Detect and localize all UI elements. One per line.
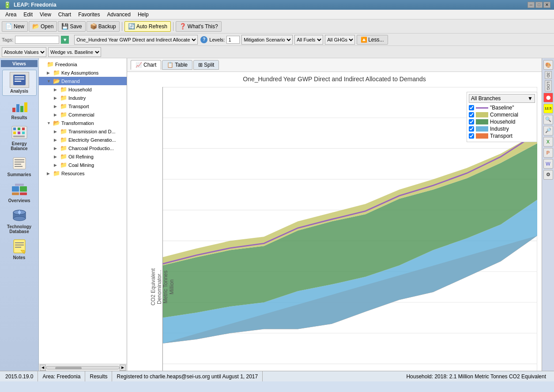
absolute-values-dropdown[interactable]: Absolute Values xyxy=(2,47,46,57)
menu-advanced[interactable]: Advanced xyxy=(104,11,134,19)
red-button[interactable]: ⬤ xyxy=(543,93,553,102)
svg-rect-25 xyxy=(15,184,24,186)
settings-button[interactable]: ⚙ xyxy=(543,170,553,180)
svg-rect-34 xyxy=(15,245,24,245)
analysis-icon xyxy=(10,72,29,88)
sidebar-item-analysis[interactable]: Analysis xyxy=(2,70,37,96)
levels-input[interactable] xyxy=(226,36,240,44)
legend-item-commercial: Commercial xyxy=(469,112,535,118)
tree-item-transformation[interactable]: ▼ 📂 Transformation xyxy=(39,119,127,127)
expand-icon: ▶ xyxy=(47,171,53,176)
svg-rect-19 xyxy=(15,164,21,165)
folder-icon: 📂 xyxy=(53,120,60,126)
tree-item-demand[interactable]: ▼ 📂 Demand xyxy=(39,77,127,85)
fuels-dropdown[interactable]: All Fuels xyxy=(294,35,323,45)
3d-button[interactable]: 3D xyxy=(545,71,552,79)
save-button[interactable]: 💾 Save xyxy=(58,21,85,32)
close-button[interactable]: ✕ xyxy=(543,2,550,8)
new-button[interactable]: 📄 New xyxy=(2,21,28,32)
status-hover-info: Household: 2018: 2.1 Million Metric Tonn… xyxy=(402,371,550,381)
svg-rect-12 xyxy=(13,132,16,134)
ghgs-dropdown[interactable]: All GHGs xyxy=(325,35,355,45)
legend-checkbox-household[interactable] xyxy=(469,119,474,124)
tree-item-key-assumptions[interactable]: ▶ 📁 Key Assumptions xyxy=(39,68,127,77)
less-button[interactable]: 🔼 Less... xyxy=(357,35,388,45)
color-button[interactable]: 🎨 xyxy=(543,60,553,70)
open-button[interactable]: 📂 Open xyxy=(29,21,57,32)
tree-item-resources[interactable]: ▶ 📁 Resources xyxy=(39,169,127,177)
help-icon[interactable]: ? xyxy=(200,36,207,43)
legend-checkbox-transport[interactable] xyxy=(469,133,474,139)
scrollbar-track[interactable] xyxy=(46,366,120,369)
tree-item-charcoal[interactable]: ▶ 📁 Charcoal Productio... xyxy=(39,144,127,152)
tree-item-oil-refining[interactable]: ▶ 📁 Oil Refining xyxy=(39,152,127,161)
export-excel-button[interactable]: X xyxy=(543,137,553,147)
sidebar-item-notes[interactable]: Notes xyxy=(2,237,37,262)
sidebar-item-energy-balance[interactable]: Energy Balance xyxy=(2,123,37,153)
scroll-right-button[interactable]: ▶ xyxy=(120,365,126,371)
tag-add-button[interactable]: ▼ xyxy=(61,36,69,44)
tree-item-transport[interactable]: ▶ 📁 Transport xyxy=(39,102,127,110)
tab-table[interactable]: 📋 Table xyxy=(162,60,192,70)
sidebar-item-notes-label: Notes xyxy=(13,255,26,260)
legend-checkbox-industry[interactable] xyxy=(469,126,474,132)
tree-root-freedonia[interactable]: 📁 Freedonia xyxy=(39,60,127,68)
menu-favorites[interactable]: Favorites xyxy=(75,11,103,19)
wedge-vs-baseline-dropdown[interactable]: Wedge vs. Baseline xyxy=(48,47,101,57)
legend-checkbox-commercial[interactable] xyxy=(469,112,474,117)
menu-chart[interactable]: Chart xyxy=(55,11,75,19)
svg-rect-20 xyxy=(15,166,23,167)
all-branches-dropdown[interactable]: All Branches ▼ xyxy=(469,94,535,103)
menu-help[interactable]: Help xyxy=(134,11,152,19)
value-button[interactable]: 12.5 xyxy=(543,104,553,113)
expand-icon: ▶ xyxy=(54,87,60,92)
svg-rect-17 xyxy=(15,159,24,160)
export-ppt-button[interactable]: P xyxy=(543,148,553,158)
svg-rect-13 xyxy=(18,132,20,134)
sidebar-item-technology-database[interactable]: Technology Database xyxy=(2,206,37,236)
export-word-button[interactable]: W xyxy=(543,159,553,169)
svg-rect-2 xyxy=(15,79,24,79)
tree-item-household[interactable]: ▶ 📁 Household xyxy=(39,85,127,94)
tree-item-commercial[interactable]: ▶ 📁 Commercial xyxy=(39,110,127,119)
table-tab-icon: 📋 xyxy=(167,62,173,68)
window-title: LEAP: Freedonia xyxy=(14,2,57,8)
maximize-button[interactable]: □ xyxy=(535,2,543,8)
backup-button[interactable]: 📦 Backup xyxy=(87,21,120,32)
sidebar-item-results[interactable]: Results xyxy=(2,97,37,122)
tree-item-industry[interactable]: ▶ 📁 Industry xyxy=(39,94,127,102)
expand-icon: ▶ xyxy=(54,138,60,142)
log-button[interactable]: LOG xyxy=(545,80,552,91)
minimize-button[interactable]: ─ xyxy=(528,2,535,8)
tab-split[interactable]: ⊞ Split xyxy=(193,60,219,70)
scroll-left-button[interactable]: ◀ xyxy=(40,365,46,371)
sidebar-item-energy-balance-label: Energy Balance xyxy=(3,141,36,151)
menu-view[interactable]: View xyxy=(36,11,55,19)
menu-edit[interactable]: Edit xyxy=(20,11,36,19)
tree-scrollbar[interactable]: ◀ ▶ xyxy=(39,364,127,371)
scenario-dropdown[interactable]: Mitigation Scenario xyxy=(241,35,293,45)
legend-checkbox-baseline[interactable] xyxy=(469,105,474,110)
tree-item-coal-mining[interactable]: ▶ 📁 Coal Mining xyxy=(39,161,127,169)
tree-item-transmission[interactable]: ▶ 📁 Transmission and D... xyxy=(39,127,127,136)
indicator-dropdown[interactable]: One_Hundred Year GWP Direct and Indirect… xyxy=(74,35,198,45)
tab-chart[interactable]: 📈 Chart xyxy=(131,60,161,70)
tags-label: Tags: xyxy=(2,37,13,42)
sidebar-item-overviews[interactable]: Overviews xyxy=(2,180,37,205)
results-icon xyxy=(10,98,29,114)
tag-input[interactable] xyxy=(15,36,59,44)
legend-item-baseline: "Baseline" xyxy=(469,105,535,111)
menu-area[interactable]: Area xyxy=(2,11,20,19)
tree-item-electricity[interactable]: ▶ 📁 Electricity Generatio... xyxy=(39,136,127,144)
zoom-out-button[interactable]: 🔎 xyxy=(543,126,553,136)
scrollbar-thumb[interactable] xyxy=(55,367,82,369)
views-label: Views xyxy=(1,60,38,67)
svg-rect-11 xyxy=(22,128,25,130)
svg-rect-7 xyxy=(24,102,27,112)
whats-this-button[interactable]: ❓ What's This? xyxy=(176,21,222,32)
sidebar-item-summaries[interactable]: Summaries xyxy=(2,154,37,179)
folder-icon: 📁 xyxy=(60,94,67,101)
auto-refresh-button[interactable]: 🔄 Auto Refresh xyxy=(124,21,171,32)
zoom-in-button[interactable]: 🔍 xyxy=(543,115,553,124)
sidebar-item-results-label: Results xyxy=(11,115,27,120)
